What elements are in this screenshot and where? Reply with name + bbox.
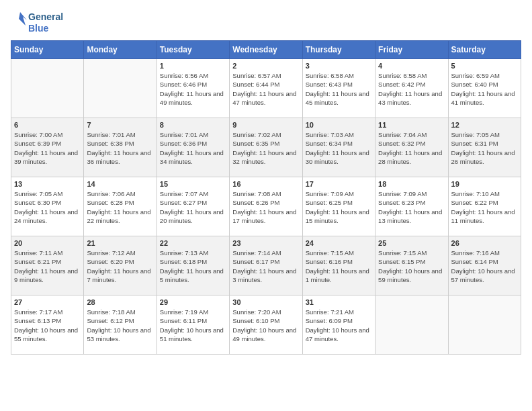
day-number: 22 [160,239,226,247]
calendar-header-row: SundayMondayTuesdayWednesdayThursdayFrid… [11,41,521,59]
day-number: 27 [14,298,81,306]
day-number: 15 [160,180,226,188]
day-number: 1 [160,62,226,70]
calendar-cell [84,59,157,118]
calendar-cell: 5Sunrise: 6:59 AM Sunset: 6:40 PM Daylig… [448,59,521,118]
day-number: 24 [306,239,372,247]
calendar-cell [11,59,84,118]
calendar-cell: 4Sunrise: 6:58 AM Sunset: 6:42 PM Daylig… [375,59,448,118]
day-number: 29 [160,298,226,306]
day-info: Sunrise: 7:08 AM Sunset: 6:26 PM Dayligh… [232,189,299,225]
logo-text: General Blue [28,11,63,34]
day-number: 18 [378,180,445,188]
day-info: Sunrise: 7:02 AM Sunset: 6:35 PM Dayligh… [232,130,299,166]
calendar-cell: 31Sunrise: 7:21 AM Sunset: 6:09 PM Dayli… [302,295,375,355]
calendar-cell: 13Sunrise: 7:05 AM Sunset: 6:30 PM Dayli… [11,177,84,236]
calendar-cell: 18Sunrise: 7:09 AM Sunset: 6:23 PM Dayli… [375,177,448,236]
calendar-cell: 14Sunrise: 7:06 AM Sunset: 6:28 PM Dayli… [84,177,157,236]
day-number: 17 [306,180,372,188]
day-number: 28 [87,298,153,306]
calendar-cell: 20Sunrise: 7:11 AM Sunset: 6:21 PM Dayli… [11,236,84,295]
calendar-cell: 22Sunrise: 7:13 AM Sunset: 6:18 PM Dayli… [157,236,229,295]
day-number: 2 [232,62,299,70]
day-number: 8 [160,121,226,129]
calendar-cell: 10Sunrise: 7:03 AM Sunset: 6:34 PM Dayli… [302,118,375,177]
day-info: Sunrise: 7:14 AM Sunset: 6:17 PM Dayligh… [232,248,299,284]
day-info: Sunrise: 7:01 AM Sunset: 6:36 PM Dayligh… [160,130,226,166]
calendar-cell: 26Sunrise: 7:16 AM Sunset: 6:14 PM Dayli… [448,236,521,295]
day-info: Sunrise: 6:56 AM Sunset: 6:46 PM Dayligh… [160,71,226,107]
day-info: Sunrise: 7:05 AM Sunset: 6:30 PM Dayligh… [14,189,81,225]
day-number: 19 [451,180,518,188]
calendar-cell: 21Sunrise: 7:12 AM Sunset: 6:20 PM Dayli… [84,236,157,295]
calendar-cell [375,295,448,355]
calendar-cell: 6Sunrise: 7:00 AM Sunset: 6:39 PM Daylig… [11,118,84,177]
day-number: 20 [14,239,81,247]
day-of-week-header: Friday [375,41,448,59]
day-info: Sunrise: 7:19 AM Sunset: 6:11 PM Dayligh… [160,308,226,343]
day-of-week-header: Monday [84,41,157,59]
day-info: Sunrise: 6:58 AM Sunset: 6:42 PM Dayligh… [378,71,445,107]
page-header: General Blue [11,11,521,35]
logo-container: General Blue [11,11,63,35]
day-info: Sunrise: 7:20 AM Sunset: 6:10 PM Dayligh… [232,308,299,343]
day-info: Sunrise: 7:07 AM Sunset: 6:27 PM Dayligh… [160,189,226,225]
day-number: 10 [306,121,372,129]
calendar-cell: 3Sunrise: 6:58 AM Sunset: 6:43 PM Daylig… [302,59,375,118]
day-info: Sunrise: 6:59 AM Sunset: 6:40 PM Dayligh… [451,71,518,107]
calendar-week-row: 20Sunrise: 7:11 AM Sunset: 6:21 PM Dayli… [11,236,521,295]
day-info: Sunrise: 7:15 AM Sunset: 6:16 PM Dayligh… [306,248,372,284]
logo: General Blue [11,11,63,35]
day-info: Sunrise: 7:06 AM Sunset: 6:28 PM Dayligh… [87,189,153,225]
day-number: 4 [378,62,445,70]
day-info: Sunrise: 7:21 AM Sunset: 6:09 PM Dayligh… [306,308,372,343]
day-of-week-header: Thursday [302,41,375,59]
day-number: 30 [232,298,299,306]
calendar-cell: 7Sunrise: 7:01 AM Sunset: 6:38 PM Daylig… [84,118,157,177]
day-of-week-header: Wednesday [230,41,302,59]
day-number: 14 [87,180,153,188]
logo-graphic [11,11,27,35]
calendar-cell: 12Sunrise: 7:05 AM Sunset: 6:31 PM Dayli… [448,118,521,177]
calendar-cell: 27Sunrise: 7:17 AM Sunset: 6:13 PM Dayli… [11,295,84,355]
day-info: Sunrise: 7:17 AM Sunset: 6:13 PM Dayligh… [14,308,81,343]
calendar-cell: 25Sunrise: 7:15 AM Sunset: 6:15 PM Dayli… [375,236,448,295]
day-number: 7 [87,121,153,129]
calendar-week-row: 27Sunrise: 7:17 AM Sunset: 6:13 PM Dayli… [11,295,521,355]
day-of-week-header: Sunday [11,41,84,59]
day-of-week-header: Saturday [448,41,521,59]
calendar-cell: 17Sunrise: 7:09 AM Sunset: 6:25 PM Dayli… [302,177,375,236]
day-number: 21 [87,239,153,247]
day-number: 25 [378,239,445,247]
day-info: Sunrise: 6:58 AM Sunset: 6:43 PM Dayligh… [306,71,372,107]
day-info: Sunrise: 7:04 AM Sunset: 6:32 PM Dayligh… [378,130,445,166]
day-info: Sunrise: 7:11 AM Sunset: 6:21 PM Dayligh… [14,248,81,284]
day-number: 26 [451,239,518,247]
calendar-cell: 28Sunrise: 7:18 AM Sunset: 6:12 PM Dayli… [84,295,157,355]
day-number: 13 [14,180,81,188]
calendar-cell [448,295,521,355]
day-info: Sunrise: 7:12 AM Sunset: 6:20 PM Dayligh… [87,248,153,284]
day-info: Sunrise: 7:01 AM Sunset: 6:38 PM Dayligh… [87,130,153,166]
day-number: 3 [306,62,372,70]
calendar-week-row: 6Sunrise: 7:00 AM Sunset: 6:39 PM Daylig… [11,118,521,177]
day-info: Sunrise: 7:09 AM Sunset: 6:23 PM Dayligh… [378,189,445,225]
day-number: 5 [451,62,518,70]
day-info: Sunrise: 7:18 AM Sunset: 6:12 PM Dayligh… [87,308,153,343]
calendar-cell: 15Sunrise: 7:07 AM Sunset: 6:27 PM Dayli… [157,177,229,236]
day-number: 6 [14,121,81,129]
calendar-cell: 23Sunrise: 7:14 AM Sunset: 6:17 PM Dayli… [230,236,302,295]
calendar-week-row: 13Sunrise: 7:05 AM Sunset: 6:30 PM Dayli… [11,177,521,236]
calendar-cell: 11Sunrise: 7:04 AM Sunset: 6:32 PM Dayli… [375,118,448,177]
day-number: 31 [306,298,372,306]
calendar-cell: 8Sunrise: 7:01 AM Sunset: 6:36 PM Daylig… [157,118,229,177]
day-number: 12 [451,121,518,129]
day-info: Sunrise: 7:16 AM Sunset: 6:14 PM Dayligh… [451,248,518,284]
day-info: Sunrise: 6:57 AM Sunset: 6:44 PM Dayligh… [232,71,299,107]
day-number: 16 [232,180,299,188]
svg-marker-0 [19,12,27,26]
calendar-cell: 29Sunrise: 7:19 AM Sunset: 6:11 PM Dayli… [157,295,229,355]
day-info: Sunrise: 7:03 AM Sunset: 6:34 PM Dayligh… [306,130,372,166]
day-info: Sunrise: 7:00 AM Sunset: 6:39 PM Dayligh… [14,130,81,166]
calendar-cell: 19Sunrise: 7:10 AM Sunset: 6:22 PM Dayli… [448,177,521,236]
